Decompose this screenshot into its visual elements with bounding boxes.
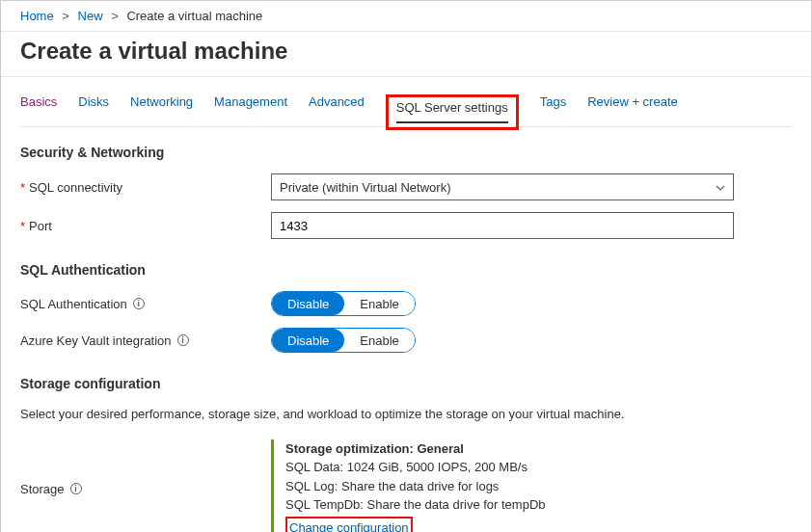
storage-heading: Storage optimization: General (285, 439, 546, 459)
label-sql-connectivity: *SQL connectivity (20, 180, 271, 195)
storage-info-panel: Storage optimization: General SQL Data: … (271, 439, 546, 533)
info-icon[interactable]: i (133, 298, 145, 309)
input-port[interactable] (271, 212, 734, 239)
storage-tempdb-line: SQL TempDb: Share the data drive for tem… (285, 495, 546, 515)
toggle-enable[interactable]: Enable (344, 329, 414, 352)
toggle-enable[interactable]: Enable (344, 292, 414, 315)
select-sql-connectivity[interactable]: Private (within Virtual Network) (271, 173, 734, 200)
section-security-networking: Security & Networking (20, 145, 792, 160)
tab-networking[interactable]: Networking (130, 94, 193, 126)
info-icon[interactable]: i (177, 334, 189, 346)
tab-review-create[interactable]: Review + create (587, 94, 678, 126)
breadcrumb-new[interactable]: New (78, 9, 103, 23)
tab-bar: Basics Disks Networking Management Advan… (20, 77, 792, 127)
tab-management[interactable]: Management (214, 94, 287, 126)
storage-data-line: SQL Data: 1024 GiB, 5000 IOPS, 200 MB/s (285, 458, 546, 477)
tab-sql-server-settings[interactable]: SQL Server settings (396, 100, 508, 122)
toggle-disable[interactable]: Disable (272, 329, 344, 352)
section-sql-authentication: SQL Authentication (20, 262, 792, 278)
toggle-sql-authentication[interactable]: Disable Enable (271, 291, 416, 316)
info-icon[interactable]: i (70, 483, 82, 494)
breadcrumb-home[interactable]: Home (20, 9, 54, 23)
tab-disks[interactable]: Disks (78, 94, 109, 126)
toggle-azure-key-vault[interactable]: Disable Enable (271, 328, 416, 353)
chevron-right-icon: > (111, 9, 119, 23)
chevron-down-icon (716, 182, 725, 193)
label-sql-authentication: SQL Authentication i (20, 297, 271, 311)
tab-tags[interactable]: Tags (540, 94, 566, 126)
chevron-right-icon: > (62, 9, 69, 23)
breadcrumb-current: Create a virtual machine (126, 9, 262, 23)
storage-log-line: SQL Log: Share the data drive for logs (285, 477, 546, 496)
label-port: *Port (20, 219, 271, 233)
toggle-disable[interactable]: Disable (272, 292, 344, 315)
storage-description: Select your desired performance, storage… (20, 405, 792, 424)
highlight-sql-tab: SQL Server settings (386, 94, 519, 130)
select-value: Private (within Virtual Network) (280, 180, 450, 195)
change-configuration-link[interactable]: Change configuration (285, 517, 413, 533)
tab-basics[interactable]: Basics (20, 94, 57, 126)
section-storage-configuration: Storage configuration (20, 376, 792, 391)
page-title: Create a virtual machine (1, 32, 811, 76)
breadcrumb: Home > New > Create a virtual machine (1, 1, 811, 32)
tab-advanced[interactable]: Advanced (309, 94, 365, 126)
label-storage: Storage i (20, 439, 271, 533)
label-azure-key-vault: Azure Key Vault integration i (20, 333, 271, 348)
